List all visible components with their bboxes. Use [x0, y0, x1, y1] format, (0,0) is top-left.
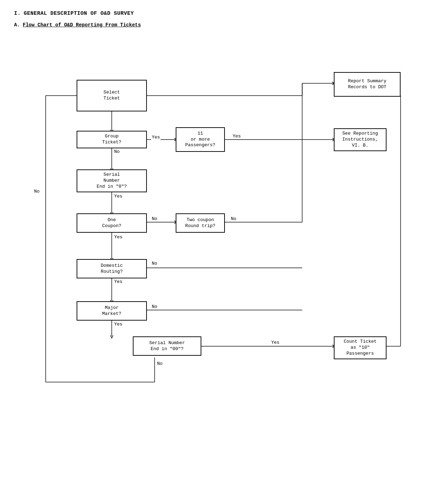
label-no-one-coupon: No: [151, 216, 158, 221]
label-no-domestic: No: [151, 261, 158, 266]
label-no-group: No: [113, 149, 121, 154]
serial-number-00-box: Serial Number End in "00"?: [133, 336, 201, 356]
flow-lines: [14, 41, 418, 428]
label-yes-group: Yes: [151, 135, 161, 140]
eleven-passengers-box: 11 or more Passengers?: [176, 127, 225, 152]
subsection-label: A.: [14, 22, 20, 28]
group-ticket-box: Group Ticket?: [77, 131, 147, 148]
label-yes-serial00: Yes: [271, 340, 280, 345]
label-yes-major: Yes: [113, 322, 123, 327]
label-yes-serial0: Yes: [113, 194, 123, 199]
report-summary-box: Report Summary Records to DOT: [334, 72, 401, 97]
label-yes-11: Yes: [232, 134, 241, 139]
flowchart: Select Ticket Report Summary Records to …: [14, 41, 418, 428]
label-no-two-coupon: No: [230, 216, 237, 221]
label-yes-domestic: Yes: [113, 279, 123, 284]
label-no-left: No: [33, 189, 40, 194]
see-reporting-box: See Reporting Instructions, VI. B.: [334, 128, 387, 151]
count-ticket-box: Count Ticket as "10" Passengers: [334, 336, 387, 359]
one-coupon-box: One Coupon?: [77, 213, 147, 233]
serial-number-0-box: Serial Number End in "0"?: [77, 169, 147, 192]
select-ticket-box: Select Ticket: [77, 80, 147, 111]
two-coupon-box: Two coupon Round trip?: [176, 213, 225, 233]
section-heading: I. GENERAL DESCRIPTION OF O&D SURVEY: [14, 11, 434, 17]
subsection-title: Flow Chart of O&D Reporting From Tickets: [23, 22, 141, 28]
label-no-major: No: [151, 304, 158, 309]
label-yes-one-coupon: Yes: [113, 234, 123, 240]
major-market-box: Major Market?: [77, 301, 147, 321]
label-no-serial00: No: [156, 361, 163, 366]
domestic-routing-box: Domestic Routing?: [77, 259, 147, 278]
